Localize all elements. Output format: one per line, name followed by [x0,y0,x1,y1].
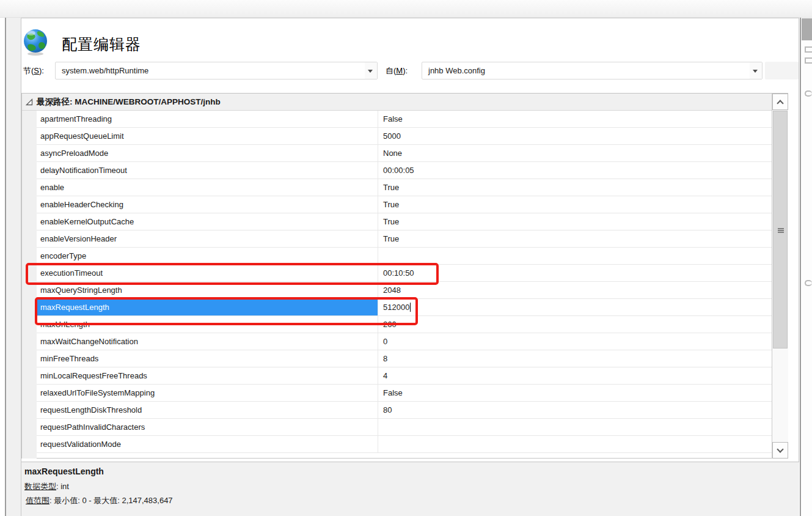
scrollbar-grip-icon [778,228,784,233]
table-row[interactable]: relaxedUrlToFileSystemMappingFalse [37,385,772,402]
table-row[interactable]: appRequestQueueLimit5000 [37,128,772,145]
property-value-cell[interactable]: 80 [378,402,772,418]
property-value-cell[interactable]: 512000 [378,299,772,315]
scrollbar-thumb[interactable] [773,111,788,348]
property-name: relaxedUrlToFileSystemMapping [40,388,155,397]
property-name: asyncPreloadMode [40,149,108,158]
property-value: 5000 [383,131,401,141]
property-name: enableHeaderChecking [40,200,123,209]
property-name-cell[interactable]: enableVersionHeader [37,230,378,247]
deepest-path-header[interactable]: 最深路径: MACHINE/WEBROOT/APPHOST/jnhb [22,94,772,111]
property-name-cell[interactable]: delayNotificationTimeout [37,162,378,179]
property-value-cell[interactable]: 0 [378,333,772,350]
property-value-cell[interactable] [378,436,772,452]
section-combobox-dropdown[interactable] [365,62,377,79]
property-value-cell[interactable]: 5000 [378,128,772,144]
property-name-cell[interactable]: minFreeThreads [37,350,378,367]
property-name-cell[interactable]: encoderType [37,248,378,264]
toolbar-stub [765,62,799,79]
table-row[interactable]: asyncPreloadModeNone [37,145,772,162]
property-value: 4 [383,371,387,380]
property-name: enable [40,183,64,192]
table-row[interactable]: requestLengthDiskThreshold80 [37,402,772,419]
property-value-cell[interactable]: 260 [378,316,772,333]
left-margin [0,18,5,516]
property-name-cell[interactable]: enable [37,179,378,196]
property-value-cell[interactable] [378,248,772,264]
from-combobox[interactable]: jnhb Web.config [422,62,763,79]
property-name: delayNotificationTimeout [40,166,127,175]
property-name-cell[interactable]: asyncPreloadMode [37,145,378,161]
left-gutter-rail [6,18,21,516]
table-row[interactable]: apartmentThreadingFalse [37,111,772,128]
table-row[interactable]: requestPathInvalidCharacters [37,419,772,436]
property-name-cell[interactable]: minLocalRequestFreeThreads [37,367,378,384]
property-value-cell[interactable]: False [378,111,772,127]
vertical-scrollbar[interactable] [772,94,788,459]
table-row[interactable]: delayNotificationTimeout00:00:05 [37,162,772,179]
property-name: encoderType [40,251,86,260]
deepest-path-text: 最深路径: MACHINE/WEBROOT/APPHOST/jnhb [37,94,221,111]
right-panel-divider [800,18,801,516]
page-title: 配置编辑器 [62,34,141,54]
property-value: True [383,217,399,226]
info-property-name: maxRequestLength [24,466,104,476]
annotation-box-max-request-length [35,297,418,325]
property-value: None [383,149,402,158]
property-value-cell[interactable]: None [378,145,772,161]
table-row[interactable]: minLocalRequestFreeThreads4 [37,367,772,385]
property-name-cell[interactable]: maxWaitChangeNotification [37,333,378,350]
property-value: False [383,388,403,397]
property-name-cell[interactable]: enableKernelOutputCache [37,213,378,230]
property-name: appRequestQueueLimit [40,131,124,141]
property-value-cell[interactable] [378,419,772,435]
property-name-cell[interactable]: requestValidationMode [37,436,378,452]
property-name: minLocalRequestFreeThreads [40,371,147,380]
property-name-cell[interactable]: requestLengthDiskThreshold [37,402,378,418]
property-name-cell[interactable]: apartmentThreading [37,111,378,127]
from-label: 自(M): [386,65,408,76]
property-name: requestPathInvalidCharacters [40,422,145,432]
property-name: maxWaitChangeNotification [40,337,138,346]
table-row[interactable]: enableHeaderCheckingTrue [37,196,772,213]
section-combobox[interactable]: system.web/httpRuntime [55,62,378,79]
window-top-band [0,0,812,18]
table-row[interactable]: enableVersionHeaderTrue [37,230,772,248]
chevron-down-icon [368,70,373,73]
property-info-panel: maxRequestLength 数据类型: int 值范围: 最小值: 0 -… [21,462,799,516]
property-value-cell[interactable]: True [378,179,772,196]
property-value: 80 [383,405,392,415]
scroll-up-button[interactable] [772,94,788,110]
chevron-down-icon [753,70,758,73]
property-value-cell[interactable]: True [378,230,772,247]
table-row[interactable]: maxWaitChangeNotification0 [37,333,772,350]
table-row[interactable]: requestValidationMode [37,436,772,453]
property-name-cell[interactable]: relaxedUrlToFileSystemMapping [37,385,378,401]
table-row[interactable]: enableTrue [37,179,772,196]
property-value-cell[interactable]: 00:00:05 [378,162,772,179]
property-value: 2048 [383,286,401,295]
table-row[interactable]: minFreeThreads8 [37,350,772,367]
collapse-triangle-icon[interactable] [26,98,33,106]
property-value: True [383,183,399,192]
scroll-down-button[interactable] [772,442,788,459]
property-value-cell[interactable]: True [378,196,772,213]
property-value-cell[interactable]: True [378,213,772,230]
property-name-cell[interactable]: appRequestQueueLimit [37,128,378,144]
property-name-cell[interactable]: requestPathInvalidCharacters [37,419,378,435]
property-name: requestLengthDiskThreshold [40,405,142,415]
table-row[interactable]: encoderType [37,248,772,265]
chevron-up-icon [777,100,783,106]
property-name-cell[interactable]: enableHeaderChecking [37,196,378,213]
property-value: 00:00:05 [383,166,414,175]
property-value-cell[interactable]: False [378,385,772,401]
from-combobox-dropdown[interactable] [750,62,762,79]
property-value: True [383,234,399,243]
property-value-cell[interactable]: 8 [378,350,772,367]
property-value: True [383,200,399,209]
from-combobox-value: jnhb Web.config [428,66,485,75]
section-combobox-value: system.web/httpRuntime [62,66,148,75]
property-value-cell[interactable]: 4 [378,367,772,384]
table-row[interactable]: enableKernelOutputCacheTrue [37,213,772,230]
property-name: apartmentThreading [40,114,112,123]
